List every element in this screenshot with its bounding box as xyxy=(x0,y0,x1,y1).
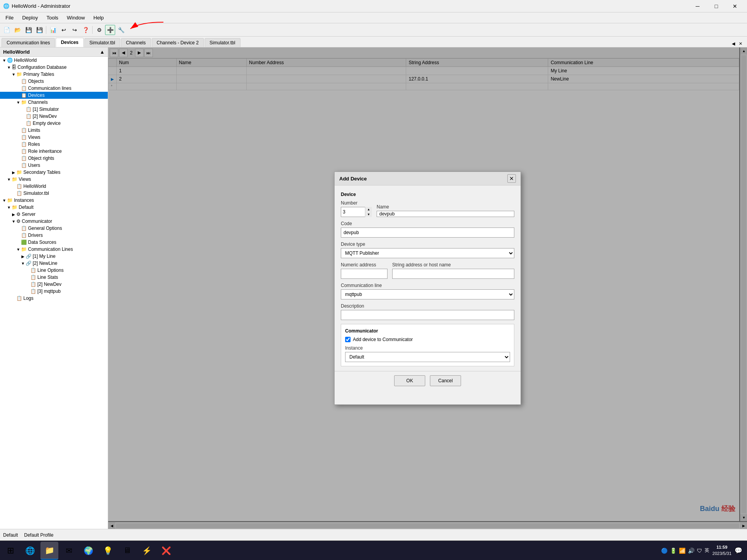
taskbar-time-value: 11:59 xyxy=(712,544,731,550)
tree-item-newline2[interactable]: ▼🔗[2] NewLine xyxy=(0,260,108,267)
tab-devices[interactable]: Devices xyxy=(56,38,83,47)
modal-titlebar: Add Device ✕ xyxy=(335,172,521,186)
taskbar-notifications[interactable]: 💬 xyxy=(735,547,742,554)
taskbar-network[interactable]: 🌍 xyxy=(79,542,97,560)
tree-item-devices[interactable]: 📋Devices xyxy=(0,92,108,99)
tree-item-general-options[interactable]: 📋General Options xyxy=(0,225,108,232)
tree-item-views-tbl[interactable]: 📋Views xyxy=(0,134,108,141)
tree-item-roles[interactable]: 📋Roles xyxy=(0,141,108,148)
tree-item-role-inheritance[interactable]: 📋Role inheritance xyxy=(0,148,108,155)
tab-close[interactable]: ✕ xyxy=(737,40,744,47)
comm-line-select[interactable]: mqttpub [1] My Line [2] NewLine xyxy=(341,289,514,299)
menu-help[interactable]: Help xyxy=(89,14,108,22)
device-type-select[interactable]: MQTT Publisher Simulator OPC UA Modbus xyxy=(341,248,514,258)
taskbar-volume[interactable]: 🔊 xyxy=(688,548,694,554)
tree-item-line-options[interactable]: 📋Line Options xyxy=(0,267,108,274)
tree-item-channels[interactable]: ▼📁Channels xyxy=(0,99,108,106)
tab-simulator1[interactable]: Simulator.tbl xyxy=(84,38,120,47)
tree-item-newdev2-inst[interactable]: 📋[2] NewDev xyxy=(0,281,108,288)
taskbar-edge[interactable]: 🌐 xyxy=(21,542,39,560)
toolbar-help[interactable]: ❓ xyxy=(81,25,91,35)
tab-channels[interactable]: Channels xyxy=(121,38,151,47)
cancel-button[interactable]: Cancel xyxy=(430,375,461,386)
tree-item-data-sources[interactable]: 🟩Data Sources xyxy=(0,239,108,246)
taskbar-tips[interactable]: 💡 xyxy=(99,542,117,560)
number-up-btn[interactable]: ▲ xyxy=(365,207,372,212)
toolbar-settings[interactable]: ⚙ xyxy=(94,25,104,35)
tab-scroll-left[interactable]: ◀ xyxy=(730,40,736,47)
tree-item-mqttpub3[interactable]: 📋[3] mqttpub xyxy=(0,288,108,295)
taskbar-shield[interactable]: 🛡 xyxy=(697,548,702,554)
taskbar-battery[interactable]: 🔋 xyxy=(670,548,677,554)
code-input[interactable] xyxy=(341,228,514,238)
menu-tools[interactable]: Tools xyxy=(42,14,62,22)
toolbar-save1[interactable]: 💾 xyxy=(23,25,33,35)
close-button[interactable]: ✕ xyxy=(726,0,744,12)
tree-item-objects[interactable]: 📋Objects xyxy=(0,78,108,85)
modal-close-button[interactable]: ✕ xyxy=(507,174,516,183)
tab-channels-dev2[interactable]: Channels - Device 2 xyxy=(152,38,204,47)
tree-item-limits[interactable]: 📋Limits xyxy=(0,127,108,134)
numeric-address-input[interactable] xyxy=(341,269,388,279)
toolbar-chart[interactable]: 📊 xyxy=(48,25,58,35)
sidebar: HelloWorld ▲ ▼🌐HelloWorld ▼🗄Configuratio… xyxy=(0,47,108,529)
tree-item-line-stats[interactable]: 📋Line Stats xyxy=(0,274,108,281)
tab-simulator2[interactable]: Simulator.tbl xyxy=(205,38,240,47)
description-input[interactable] xyxy=(341,310,514,320)
name-input[interactable] xyxy=(377,211,514,217)
tree-item-logs[interactable]: 📋Logs xyxy=(0,295,108,302)
tree-item-comm-lines-inst[interactable]: ▼📁Communication Lines xyxy=(0,246,108,253)
taskbar-explorer[interactable]: 📁 xyxy=(40,542,58,560)
taskbar-clock[interactable]: 11:59 2023/5/31 xyxy=(712,544,731,556)
taskbar-xapp[interactable]: ❌ xyxy=(157,542,175,560)
tree-item-drivers[interactable]: 📋Drivers xyxy=(0,232,108,239)
tree-item[interactable]: ▼📁Primary Tables xyxy=(0,71,108,78)
toolbar-redo[interactable]: ↪ xyxy=(70,25,80,35)
tree-item-myline1[interactable]: ▶🔗[1] My Line xyxy=(0,253,108,260)
tree-item[interactable]: ▼🗄Configuration Database xyxy=(0,64,108,71)
tree-item-instances[interactable]: ▼📁Instances xyxy=(0,197,108,204)
taskbar-pc[interactable]: 🖥 xyxy=(118,542,136,560)
add-to-comm-checkbox[interactable] xyxy=(345,337,351,342)
taskbar-start[interactable]: ⊞ xyxy=(2,542,19,560)
tree-item-simulator-tbl[interactable]: 📋Simulator.tbl xyxy=(0,190,108,197)
tab-comm-lines[interactable]: Communication lines xyxy=(2,38,55,47)
tree-item-empty-device[interactable]: 📋Empty device xyxy=(0,120,108,127)
tree-item[interactable]: ▼🌐HelloWorld xyxy=(0,57,108,64)
toolbar-new[interactable]: 📄 xyxy=(2,25,12,35)
tree-item-server[interactable]: ▶⚙Server xyxy=(0,211,108,218)
tree-item-newdev2[interactable]: 📋[2] NewDev xyxy=(0,113,108,120)
minimize-button[interactable]: ─ xyxy=(689,0,707,12)
tree-item-communicator[interactable]: ▼⚙Communicator xyxy=(0,218,108,225)
toolbar-undo[interactable]: ↩ xyxy=(59,25,69,35)
menu-window[interactable]: Window xyxy=(63,14,89,22)
menu-deploy[interactable]: Deploy xyxy=(18,14,42,22)
maximize-button[interactable]: □ xyxy=(707,0,725,12)
status-profile: Default xyxy=(3,532,18,538)
tree-item-default[interactable]: ▼📁Default xyxy=(0,204,108,211)
toolbar-wrench[interactable]: 🔧 xyxy=(116,25,126,35)
tree-item-users[interactable]: 📋Users xyxy=(0,162,108,169)
toolbar-save2[interactable]: 💾 xyxy=(34,25,44,35)
tree-item-views[interactable]: ▼📁Views xyxy=(0,176,108,183)
menu-file[interactable]: File xyxy=(2,14,18,22)
description-label: Description xyxy=(341,303,514,309)
number-down-btn[interactable]: ▼ xyxy=(365,212,372,217)
tree-item-comm-lines[interactable]: 📋Communication lines xyxy=(0,85,108,92)
modal-overlay: Add Device ✕ Device Number xyxy=(108,47,747,529)
taskbar-terminal[interactable]: ⚡ xyxy=(138,542,156,560)
instance-select[interactable]: Default xyxy=(345,352,510,362)
ok-button[interactable]: OK xyxy=(394,375,425,386)
tree-item-object-rights[interactable]: 📋Object rights xyxy=(0,155,108,162)
sidebar-collapse-btn[interactable]: ▲ xyxy=(100,49,105,55)
taskbar-bluetooth[interactable]: 🔵 xyxy=(661,548,668,554)
taskbar-network-icon[interactable]: 📶 xyxy=(679,548,686,554)
menu-bar: File Deploy Tools Window Help xyxy=(0,12,747,23)
taskbar-mail[interactable]: ✉ xyxy=(60,542,78,560)
string-address-input[interactable] xyxy=(392,269,514,279)
tree-item-secondary-tables[interactable]: ▶📁Secondary Tables xyxy=(0,169,108,176)
toolbar-open[interactable]: 📂 xyxy=(12,25,23,35)
tree-item-sim1[interactable]: 📋[1] Simulator xyxy=(0,106,108,113)
tree-item-helloworld-view[interactable]: 📋HelloWorld xyxy=(0,183,108,190)
toolbar-add-device[interactable]: ➕ xyxy=(105,25,115,35)
